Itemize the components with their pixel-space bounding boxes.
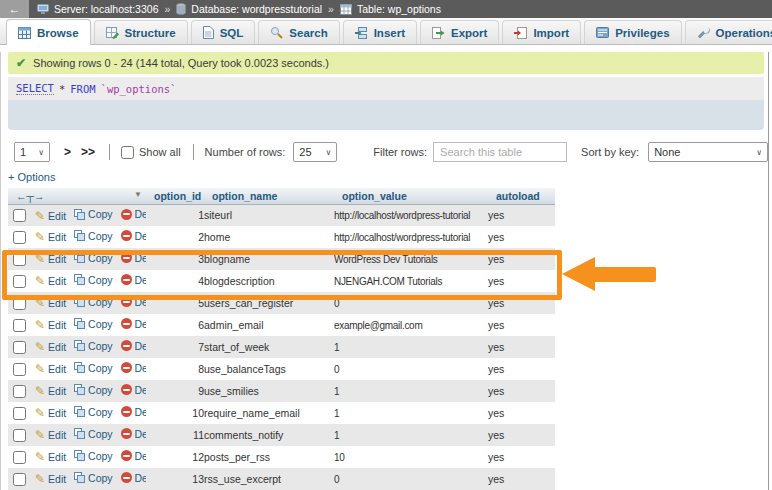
- row-checkbox[interactable]: [13, 429, 26, 442]
- delete-link[interactable]: Delete: [121, 450, 146, 462]
- edit-link[interactable]: Edit: [35, 472, 66, 486]
- column-header-option-id[interactable]: option_id: [146, 188, 204, 204]
- copy-link[interactable]: Copy: [74, 208, 113, 220]
- row-checkbox[interactable]: [13, 407, 26, 420]
- number-of-rows-select[interactable]: 25: [293, 142, 337, 162]
- pencil-icon: [35, 230, 45, 244]
- table-row: Edit Copy Delete 8 use: [8, 358, 555, 380]
- show-all-checkbox[interactable]: [121, 146, 134, 159]
- content-area: Showing rows 0 - 24 (144 total, Query to…: [0, 52, 772, 490]
- edit-link[interactable]: Edit: [35, 340, 66, 354]
- tab-structure[interactable]: Structure: [94, 20, 188, 44]
- column-header-autoload[interactable]: autoload: [488, 188, 555, 204]
- edit-link[interactable]: Edit: [35, 384, 66, 398]
- delete-link[interactable]: Delete: [121, 428, 146, 440]
- cell-option-name: use_smilies: [204, 380, 334, 402]
- delete-link[interactable]: Delete: [121, 318, 146, 330]
- edit-link[interactable]: Edit: [35, 362, 66, 376]
- copy-icon: [74, 450, 85, 461]
- delete-link[interactable]: Delete: [121, 406, 146, 418]
- tab-browse-label: Browse: [37, 27, 79, 39]
- copy-link[interactable]: Copy: [74, 340, 113, 352]
- sort-by-key-select[interactable]: None: [648, 142, 768, 162]
- row-checkbox[interactable]: [13, 275, 26, 288]
- edit-link[interactable]: Edit: [35, 274, 66, 288]
- cell-option-id: 9: [146, 380, 204, 402]
- row-checkbox[interactable]: [13, 209, 26, 222]
- copy-link[interactable]: Copy: [74, 472, 113, 484]
- options-toggle-link[interactable]: + Options: [8, 171, 55, 183]
- sql-star: *: [59, 83, 65, 95]
- row-checkbox[interactable]: [13, 341, 26, 354]
- delete-link[interactable]: Delete: [121, 230, 146, 242]
- copy-link[interactable]: Copy: [74, 450, 113, 462]
- tab-sql[interactable]: SQL: [191, 20, 256, 44]
- copy-link[interactable]: Copy: [74, 230, 113, 242]
- copy-link[interactable]: Copy: [74, 252, 113, 264]
- edit-label: Edit: [48, 319, 66, 331]
- row-checkbox[interactable]: [13, 231, 26, 244]
- divider: [109, 144, 110, 160]
- delete-link[interactable]: Delete: [121, 362, 146, 374]
- back-arrow-button[interactable]: ←: [0, 0, 29, 18]
- copy-link[interactable]: Copy: [74, 318, 113, 330]
- edit-link[interactable]: Edit: [35, 428, 66, 442]
- breadcrumb-server[interactable]: Server: localhost:3306: [54, 3, 158, 15]
- table-header-row: ←┬→ option_id option_name option_value a…: [8, 188, 555, 204]
- cell-option-value: 0: [334, 358, 488, 380]
- copy-link[interactable]: Copy: [74, 274, 113, 286]
- column-header-option-name[interactable]: option_name: [204, 188, 334, 204]
- copy-link[interactable]: Copy: [74, 428, 113, 440]
- edit-link[interactable]: Edit: [35, 230, 66, 244]
- copy-link[interactable]: Copy: [74, 362, 113, 374]
- delete-link[interactable]: Delete: [121, 274, 146, 286]
- edit-link[interactable]: Edit: [35, 450, 66, 464]
- tab-privileges[interactable]: Privileges: [584, 20, 681, 44]
- breadcrumb-table[interactable]: Table: wp_options: [357, 3, 441, 15]
- copy-link[interactable]: Copy: [74, 384, 113, 396]
- table-icon: [340, 4, 352, 15]
- pencil-icon: [35, 318, 45, 332]
- breadcrumb-database[interactable]: Database: wordpresstutorial: [191, 3, 322, 15]
- delete-link[interactable]: Delete: [121, 252, 146, 264]
- filter-rows-input[interactable]: [433, 142, 567, 162]
- row-checkbox[interactable]: [13, 385, 26, 398]
- edit-link[interactable]: Edit: [35, 252, 66, 266]
- tab-operations[interactable]: Operations: [685, 20, 772, 44]
- cell-autoload: yes: [488, 402, 555, 424]
- delete-icon: [121, 406, 132, 417]
- tab-import[interactable]: Import: [502, 20, 581, 44]
- page-select[interactable]: 1: [14, 142, 50, 162]
- row-checkbox[interactable]: [13, 297, 26, 310]
- delete-label: Delete: [135, 230, 146, 242]
- tab-export[interactable]: Export: [420, 20, 499, 44]
- row-checkbox[interactable]: [13, 319, 26, 332]
- edit-link[interactable]: Edit: [35, 406, 66, 420]
- edit-link[interactable]: Edit: [35, 318, 66, 332]
- delete-link[interactable]: Delete: [121, 340, 146, 352]
- edit-link[interactable]: Edit: [35, 296, 66, 310]
- tab-search[interactable]: Search: [258, 20, 339, 44]
- delete-link[interactable]: Delete: [121, 208, 146, 220]
- column-header-option-value[interactable]: option_value: [334, 188, 488, 204]
- copy-link[interactable]: Copy: [74, 406, 113, 418]
- row-checkbox[interactable]: [13, 363, 26, 376]
- last-page-button[interactable]: >>: [81, 145, 95, 159]
- delete-link[interactable]: Delete: [121, 384, 146, 396]
- tab-insert[interactable]: Insert: [343, 20, 417, 44]
- cell-option-value: http://localhost/wordpress-tutorial: [334, 226, 488, 248]
- row-checkbox[interactable]: [13, 451, 26, 464]
- row-checkbox[interactable]: [13, 473, 26, 486]
- edit-link[interactable]: Edit: [35, 209, 66, 223]
- cell-option-name: rss_use_excerpt: [204, 468, 334, 490]
- delete-link[interactable]: Delete: [121, 472, 146, 484]
- delete-icon: [121, 472, 132, 483]
- next-page-button[interactable]: >: [64, 145, 71, 159]
- copy-link[interactable]: Copy: [74, 296, 113, 308]
- delete-link[interactable]: Delete: [121, 296, 146, 308]
- cell-option-id: 1: [146, 204, 204, 226]
- tab-browse[interactable]: Browse: [6, 19, 91, 45]
- cell-option-id: 7: [146, 336, 204, 358]
- row-checkbox[interactable]: [13, 253, 26, 266]
- pencil-icon: [35, 428, 45, 442]
